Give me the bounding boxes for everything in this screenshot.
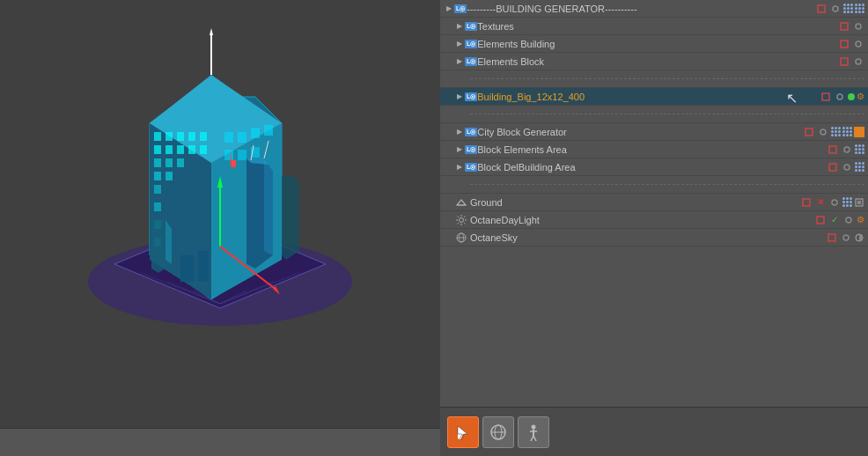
expand-icon[interactable]: ▶ bbox=[454, 56, 465, 67]
right-icons bbox=[803, 126, 868, 138]
svg-rect-94 bbox=[828, 234, 835, 241]
viewport-toolbar bbox=[0, 428, 440, 456]
ctrl-dot bbox=[840, 232, 852, 244]
svg-rect-61 bbox=[841, 40, 848, 48]
dots-icon bbox=[855, 162, 864, 172]
figure-button[interactable] bbox=[518, 416, 549, 448]
lo-icon: L◎ bbox=[465, 163, 477, 172]
right-panel: ▶ L◎ ---------BUILDING GENERATOR--------… bbox=[440, 0, 868, 456]
3d-canvas[interactable] bbox=[0, 0, 440, 456]
ctrl-red bbox=[827, 161, 839, 173]
ctrl-dot bbox=[828, 196, 841, 209]
item-label: City Block Generator bbox=[477, 127, 803, 137]
svg-rect-23 bbox=[154, 158, 161, 167]
svg-rect-37 bbox=[238, 150, 246, 160]
lo-icon: L◎ bbox=[465, 128, 477, 136]
svg-rect-32 bbox=[224, 132, 233, 143]
orange-square-icon bbox=[854, 127, 864, 137]
ctrl-dot bbox=[834, 91, 846, 103]
ctrl-dot bbox=[852, 38, 864, 50]
svg-rect-54 bbox=[198, 251, 209, 282]
right-icons: ✕ bbox=[800, 196, 868, 209]
lo-icon: L◎ bbox=[465, 22, 477, 31]
svg-point-95 bbox=[843, 235, 849, 240]
ctrl-x: ✕ bbox=[814, 196, 827, 209]
viewport-panel bbox=[0, 0, 440, 456]
svg-point-58 bbox=[833, 6, 838, 11]
svg-rect-26 bbox=[154, 172, 161, 180]
svg-point-80 bbox=[460, 217, 464, 222]
expand-icon[interactable]: ▶ bbox=[454, 144, 465, 155]
select-button[interactable] bbox=[447, 416, 479, 448]
svg-line-105 bbox=[531, 436, 533, 441]
ctrl-red bbox=[820, 91, 832, 103]
svg-rect-59 bbox=[841, 23, 848, 30]
svg-rect-20 bbox=[177, 145, 184, 154]
svg-line-86 bbox=[464, 223, 465, 224]
item-label: Block DelBuilding Area bbox=[477, 162, 827, 173]
svg-marker-46 bbox=[210, 28, 213, 35]
right-toolbar bbox=[440, 407, 868, 456]
svg-rect-65 bbox=[822, 93, 829, 100]
svg-rect-25 bbox=[177, 158, 184, 167]
expand-icon[interactable]: ▶ bbox=[454, 21, 465, 32]
expand-icon[interactable]: ▶ bbox=[454, 92, 465, 102]
plane-icon bbox=[454, 195, 468, 210]
item-label: OctaneDayLight bbox=[470, 215, 814, 225]
svg-line-85 bbox=[458, 216, 459, 217]
list-item-block-delbuilding-area[interactable]: ▶ L◎ Block DelBuilding Area bbox=[440, 158, 868, 176]
svg-rect-34 bbox=[251, 128, 260, 138]
list-item-building-big[interactable]: ▶ L◎ Building_Big_12x12_400 ↖ ⚙ bbox=[440, 88, 868, 106]
svg-point-71 bbox=[844, 147, 850, 152]
lo-icon: L◎ bbox=[465, 57, 477, 66]
ctrl-red bbox=[838, 38, 850, 50]
object-list[interactable]: ▶ L◎ ---------BUILDING GENERATOR--------… bbox=[440, 0, 868, 407]
expand-icon[interactable]: ▶ bbox=[454, 162, 465, 173]
lo-icon: L◎ bbox=[454, 4, 467, 13]
svg-point-60 bbox=[856, 24, 861, 29]
svg-rect-53 bbox=[180, 255, 194, 282]
svg-rect-19 bbox=[166, 145, 173, 154]
expand-icon[interactable]: ▶ bbox=[444, 4, 454, 14]
svg-rect-27 bbox=[166, 172, 173, 180]
list-item-ground[interactable]: Ground ✕ bbox=[440, 194, 868, 211]
svg-line-106 bbox=[533, 436, 536, 441]
svg-point-64 bbox=[856, 59, 861, 64]
half-circle-icon bbox=[854, 232, 864, 243]
lo-icon: L◎ bbox=[465, 40, 477, 48]
ctrl-red bbox=[815, 3, 828, 15]
item-label: Block Elements Area bbox=[477, 144, 827, 155]
svg-rect-79 bbox=[857, 201, 861, 204]
list-item-elements-block[interactable]: ▶ L◎ Elements Block bbox=[440, 53, 868, 70]
right-icons: ✓ ⚙ bbox=[814, 214, 868, 226]
dots-icon bbox=[843, 4, 853, 13]
svg-rect-89 bbox=[817, 217, 824, 224]
right-icons bbox=[827, 161, 868, 173]
list-item-block-elements-area[interactable]: ▶ L◎ Block Elements Area bbox=[440, 141, 868, 158]
svg-rect-24 bbox=[166, 158, 173, 167]
list-item-octane-daylight[interactable]: OctaneDayLight ✓ ⚙ bbox=[440, 211, 868, 229]
svg-rect-69 bbox=[856, 129, 863, 136]
list-item-textures[interactable]: ▶ L◎ Textures bbox=[440, 18, 868, 35]
expand-icon[interactable]: ▶ bbox=[454, 127, 465, 137]
dots-icon bbox=[855, 144, 864, 154]
svg-point-66 bbox=[837, 94, 842, 99]
expand-icon bbox=[444, 215, 454, 225]
list-item-elements-building[interactable]: ▶ L◎ Elements Building bbox=[440, 35, 868, 53]
svg-rect-63 bbox=[841, 58, 848, 65]
list-item-city-block[interactable]: ▶ L◎ City Block Generator bbox=[440, 123, 868, 141]
right-icons bbox=[815, 3, 868, 15]
svg-rect-14 bbox=[166, 132, 173, 141]
expand-icon bbox=[444, 232, 454, 243]
list-item-octane-sky[interactable]: OctaneSky bbox=[440, 229, 868, 246]
svg-marker-40 bbox=[264, 158, 273, 255]
sphere-button[interactable] bbox=[482, 416, 514, 448]
right-icons bbox=[827, 143, 868, 156]
svg-marker-74 bbox=[457, 200, 466, 205]
item-label: Elements Building bbox=[477, 39, 833, 49]
ctrl-red bbox=[838, 55, 850, 68]
expand-icon[interactable]: ▶ bbox=[454, 39, 465, 49]
svg-rect-21 bbox=[188, 145, 195, 154]
list-item-building-generator[interactable]: ▶ L◎ ---------BUILDING GENERATOR--------… bbox=[440, 0, 868, 18]
item-label: Ground bbox=[470, 197, 800, 208]
